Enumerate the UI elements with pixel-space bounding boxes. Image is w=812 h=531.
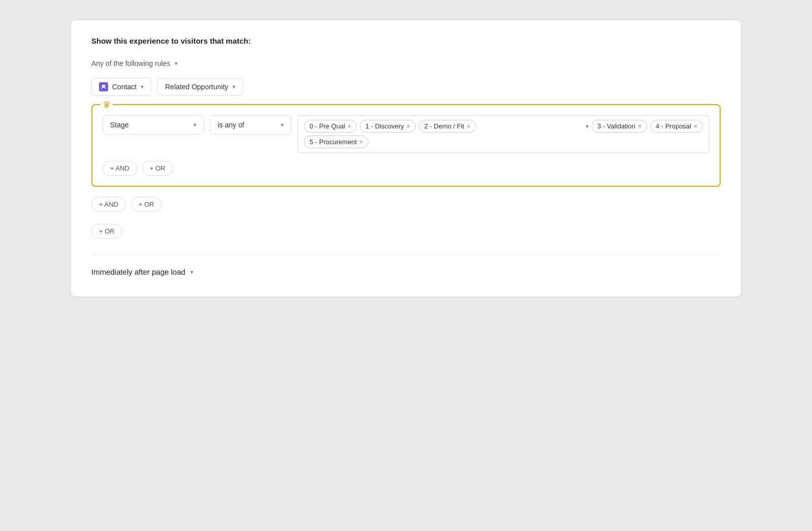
tag-procurement: 5 - Procurement ×	[304, 136, 368, 148]
operator-chevron-icon: ▾	[281, 121, 284, 128]
outer-action-row: + AND + OR	[91, 197, 721, 212]
contact-row: Contact ▾ Related Opportunity ▾	[91, 78, 721, 96]
rule-group-label[interactable]: Any of the following rules	[91, 59, 171, 68]
rule-group-chevron-icon[interactable]: ▾	[175, 60, 178, 67]
tag-discovery-label: 1 - Discovery	[365, 122, 404, 130]
rule-group-header: Any of the following rules ▾	[91, 59, 721, 68]
related-opportunity-label: Related Opportunity	[165, 83, 228, 91]
inner-and-button[interactable]: + AND	[103, 161, 137, 176]
related-opportunity-dropdown[interactable]: Related Opportunity ▾	[157, 78, 243, 95]
contact-dropdown[interactable]: Contact ▾	[91, 78, 151, 96]
stage-dropdown[interactable]: Stage ▾	[103, 115, 204, 135]
values-expand-icon[interactable]: ▾	[586, 123, 589, 130]
tag-demo-fit: 2 - Demo / Fit ×	[419, 120, 476, 132]
contact-label: Contact	[112, 83, 137, 91]
related-opportunity-chevron-icon: ▾	[232, 83, 235, 90]
inner-or-button[interactable]: + OR	[142, 161, 173, 176]
tag-demo-fit-close[interactable]: ×	[467, 123, 470, 129]
tag-validation-label: 3 - Validation	[597, 122, 635, 130]
inner-rule-row: Stage ▾ is any of ▾ 0 - Pre Qual × 1 - D…	[103, 115, 709, 153]
outer-and-button[interactable]: + AND	[91, 197, 126, 212]
page-title: Show this experience to visitors that ma…	[91, 37, 721, 45]
outer-condition-box: ♛ Stage ▾ is any of ▾ 0 - Pre Qual ×	[91, 104, 721, 187]
tag-procurement-close[interactable]: ×	[359, 139, 363, 145]
tag-procurement-label: 5 - Procurement	[310, 138, 357, 146]
stage-chevron-icon: ▾	[193, 121, 196, 128]
or-only-button[interactable]: + OR	[91, 224, 122, 239]
tag-pre-qual: 0 - Pre Qual ×	[304, 120, 357, 132]
or-only-row: + OR	[91, 224, 721, 239]
inner-action-row: + AND + OR	[103, 161, 709, 176]
trigger-chevron-icon[interactable]: ▾	[190, 269, 193, 276]
operator-label: is any of	[218, 121, 244, 129]
contact-chevron-icon: ▾	[141, 83, 144, 90]
tag-discovery-close[interactable]: ×	[407, 123, 410, 129]
section-divider	[91, 255, 721, 255]
svg-rect-0	[102, 85, 105, 87]
trigger-label: Immediately after page load	[91, 268, 185, 276]
tag-demo-fit-label: 2 - Demo / Fit	[424, 122, 464, 130]
trigger-row: Immediately after page load ▾	[91, 268, 721, 276]
contact-icon	[99, 82, 108, 91]
stage-label: Stage	[110, 121, 129, 129]
tag-discovery: 1 - Discovery ×	[360, 120, 416, 132]
tag-pre-qual-label: 0 - Pre Qual	[310, 122, 345, 130]
operator-dropdown[interactable]: is any of ▾	[210, 115, 291, 135]
main-card: Show this experience to visitors that ma…	[71, 20, 741, 296]
tag-validation: 3 - Validation ×	[592, 120, 647, 132]
tag-proposal-close[interactable]: ×	[694, 123, 697, 129]
values-container[interactable]: 0 - Pre Qual × 1 - Discovery × 2 - Demo …	[297, 115, 709, 153]
tag-validation-close[interactable]: ×	[638, 123, 641, 129]
tag-proposal: 4 - Proposal ×	[650, 120, 703, 132]
tag-pre-qual-close[interactable]: ×	[348, 123, 351, 129]
tag-proposal-label: 4 - Proposal	[656, 122, 691, 130]
outer-or-button[interactable]: + OR	[131, 197, 162, 212]
crown-icon: ♛	[100, 99, 113, 110]
